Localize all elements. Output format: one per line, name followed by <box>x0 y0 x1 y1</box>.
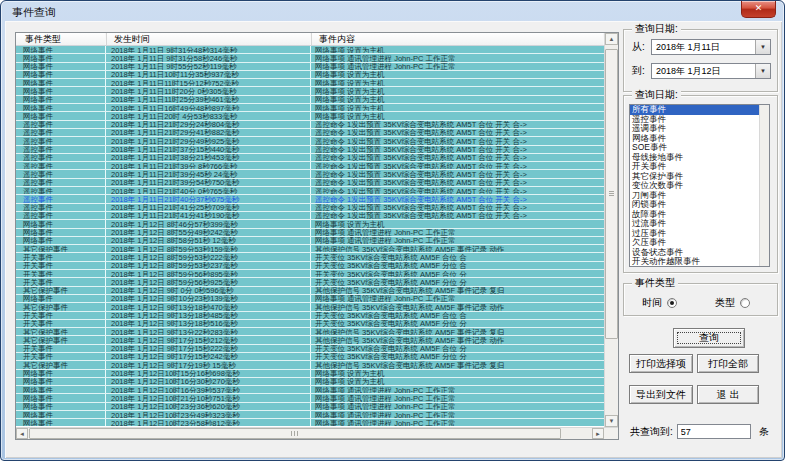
list-item[interactable]: 开关事件 <box>630 162 759 172</box>
table-row[interactable]: 网络事件 2018年 1月12日10时23分58秒812毫秒 网络事项 通讯管理… <box>16 419 604 426</box>
cell-content: 网络事项 通讯管理进程 John-PC 工作正常 <box>311 54 604 61</box>
horizontal-scroll-thumb[interactable] <box>29 428 561 439</box>
scroll-up-icon[interactable]: ▲ <box>605 33 618 45</box>
radio-type[interactable] <box>740 298 750 308</box>
titlebar[interactable]: 事件查询 ✕ <box>1 1 784 21</box>
to-date-combo[interactable]: 2018年 1月12日 ▼ <box>651 63 771 79</box>
table-row[interactable]: 网络事件 2018年 1月12日 9时10分23秒139毫秒 网络事项 通讯管理… <box>16 295 604 303</box>
table-row[interactable]: 其它保护事件 2018年 1月12日 9时13分22秒283毫秒 其他保护信号 … <box>16 328 604 336</box>
vertical-scroll-track[interactable] <box>605 45 618 415</box>
print-selected-button[interactable]: 打印选择项 <box>629 354 693 373</box>
list-item[interactable]: 网络事件 <box>630 134 759 144</box>
column-header-content[interactable]: 事件内容 <box>311 33 604 45</box>
table-row[interactable]: 开关事件 2018年 1月12日 8时59分56秒895毫秒 开关变位 35KV… <box>16 270 604 278</box>
table-row[interactable]: 遥控事件 2018年 1月11日21时29分41秒882毫秒 遥控命令 1发出预… <box>16 129 604 137</box>
cell-content: 其他保护信号 35KV综合变电站系统 AM5F 事件记录 动作 <box>311 245 604 252</box>
table-row[interactable]: 网络事件 2018年 1月11日 9时31分58秒246毫秒 网络事项 通讯管理… <box>16 54 604 62</box>
table-row[interactable]: 其它保护事件 2018年 1月12日 9时17分15秒212毫秒 其他保护信号 … <box>16 336 604 344</box>
table-row[interactable]: 网络事件 2018年 1月11日11时20分 0秒305毫秒 网络事项 设置为主… <box>16 87 604 95</box>
event-type-list-group-label: 查询日期: <box>632 89 681 101</box>
table-row[interactable]: 遥控事件 2018年 1月11日21时39分 8秒766毫秒 遥控命令 1发出预… <box>16 162 604 170</box>
vertical-scroll-thumb[interactable] <box>605 49 618 339</box>
table-row[interactable]: 网络事件 2018年 1月12日10时23分49秒323毫秒 网络事项 通讯管理… <box>16 411 604 419</box>
list-item[interactable]: 故障事件 <box>630 210 759 220</box>
print-all-button[interactable]: 打印全部 <box>697 354 759 373</box>
cell-type: 开关事件 <box>18 253 106 260</box>
column-header-time[interactable]: 发生时间 <box>106 33 311 45</box>
cell-content: 遥控命令 1发出预置 35KV综合变电站系统 AM5T 合位 开关 合-> <box>311 146 604 153</box>
table-row[interactable]: 遥控事件 2018年 1月11日21时29分24秒804毫秒 遥控命令 1发出预… <box>16 121 604 129</box>
listbox-scrollbar[interactable] <box>759 105 769 266</box>
list-item[interactable]: 其它保护事件 <box>630 172 759 182</box>
cell-content: 网络事项 通讯管理进程 John-PC 工作正常 <box>311 403 604 410</box>
table-row[interactable]: 遥控事件 2018年 1月11日21时41分41秒190毫秒 遥控命令 1发出预… <box>16 212 604 220</box>
table-row[interactable]: 遥控事件 2018年 1月11日21时39分54秒750毫秒 遥控命令 1发出预… <box>16 179 604 187</box>
table-row[interactable]: 网络事件 2018年 1月12日10时15分16秒698毫秒 网络事项 设置为主… <box>16 370 604 378</box>
query-button[interactable]: 查询 <box>673 328 745 348</box>
list-item[interactable]: 变位次数事件 <box>630 181 759 191</box>
table-row[interactable]: 网络事件 2018年 1月11日 9时55分52秒119毫秒 网络事项 通讯管理… <box>16 63 604 71</box>
table-row[interactable]: 网络事件 2018年 1月11日10时11分35秒937毫秒 网络事项 设置为主… <box>16 71 604 79</box>
table-row[interactable]: 网络事件 2018年 1月12日 8时46分57秒399毫秒 网络事项 设置为主… <box>16 220 604 228</box>
list-item[interactable]: SOE事件 <box>630 143 759 153</box>
close-button[interactable]: ✕ <box>741 1 776 18</box>
table-row[interactable]: 网络事件 2018年 1月12日10时16分39秒537毫秒 网络事项 通讯管理… <box>16 386 604 394</box>
table-row[interactable]: 网络事件 2018年 1月11日11时25分39秒461毫秒 网络事项 设置为主… <box>16 96 604 104</box>
table-row[interactable]: 开关事件 2018年 1月12日 8时59分53秒237毫秒 开关变位 35KV… <box>16 262 604 270</box>
exit-button[interactable]: 退 出 <box>697 385 759 404</box>
cell-content: 遥控命令 1发出预置 35KV综合变电站系统 AM5T 合位 开关 合-> <box>311 179 604 186</box>
table-row[interactable]: 网络事件 2018年 1月12日 8时58分51秒 12毫秒 网络事项 通讯管理… <box>16 237 604 245</box>
table-row[interactable]: 其它保护事件 2018年 1月12日 9时13分18秒470毫秒 其他保护信号 … <box>16 303 604 311</box>
table-row[interactable]: 遥控事件 2018年 1月11日21时29分49秒925毫秒 遥控命令 1发出预… <box>16 137 604 145</box>
list-item[interactable]: 刀闸事件 <box>630 191 759 201</box>
list-item[interactable]: 过流事件 <box>630 219 759 229</box>
table-row[interactable]: 其它保护事件 2018年 1月12日 9时17分19秒 15毫秒 其他保护信号 … <box>16 361 604 369</box>
total-count-input[interactable] <box>677 424 751 439</box>
cell-type: 其它保护事件 <box>18 361 106 368</box>
list-item[interactable]: 过压事件 <box>630 229 759 239</box>
from-date-combo[interactable]: 2018年 1月11日 ▼ <box>651 39 771 55</box>
table-row[interactable]: 网络事件 2018年 1月12日 8时55分49秒242毫秒 网络事项 通讯管理… <box>16 229 604 237</box>
table-row[interactable]: 遥控事件 2018年 1月11日21时41分25秒709毫秒 遥控命令 1发出预… <box>16 204 604 212</box>
radio-time[interactable] <box>667 298 677 308</box>
table-row[interactable]: 网络事件 2018年 1月11日16时49分48秒897毫秒 网络事项 设置为主… <box>16 104 604 112</box>
list-item[interactable]: 欠压事件 <box>630 238 759 248</box>
horizontal-scrollbar[interactable]: ◄ ► <box>16 427 618 439</box>
table-row[interactable]: 网络事件 2018年 1月12日10时16分30秒270毫秒 网络事项 设置为主… <box>16 378 604 386</box>
table-row[interactable]: 网络事件 2018年 1月12日10时21分10秒751毫秒 网络事项 通讯管理… <box>16 394 604 402</box>
list-item[interactable]: 设备状态事件 <box>630 248 759 258</box>
scroll-right-icon[interactable]: ► <box>592 428 604 439</box>
table-row[interactable]: 遥控事件 2018年 1月11日21时39分45秒 24毫秒 遥控命令 1发出预… <box>16 170 604 178</box>
list-item[interactable]: 遥调事件 <box>630 124 759 134</box>
list-item[interactable]: 所有事件 <box>630 105 759 115</box>
table-row[interactable]: 开关事件 2018年 1月12日 9时13分18秒516毫秒 开关变位 35KV… <box>16 320 604 328</box>
vertical-scrollbar[interactable]: ▲ ▼ <box>604 33 618 427</box>
column-header-type[interactable]: 事件类型 <box>18 33 106 45</box>
table-row[interactable]: 开关事件 2018年 1月12日 8时59分56秒925毫秒 开关变位 35KV… <box>16 278 604 286</box>
table-row[interactable]: 开关事件 2018年 1月12日 9时17分15秒242毫秒 开关变位 35KV… <box>16 353 604 361</box>
table-row[interactable]: 开关事件 2018年 1月12日 9时13分18秒485毫秒 开关变位 35KV… <box>16 312 604 320</box>
export-to-file-button[interactable]: 导出到文件 <box>629 385 693 404</box>
table-row[interactable]: 开关事件 2018年 1月12日 8时59分53秒222毫秒 开关变位 35KV… <box>16 253 604 261</box>
table-row[interactable]: 网络事件 2018年 1月11日11时15分12秒752毫秒 网络事项 设置为主… <box>16 79 604 87</box>
scroll-down-icon[interactable]: ▼ <box>605 415 618 427</box>
chevron-down-icon[interactable]: ▼ <box>755 40 770 54</box>
table-row[interactable]: 网络事件 2018年 1月12日10时23分36秒620毫秒 网络事项 通讯管理… <box>16 403 604 411</box>
horizontal-scroll-track[interactable] <box>28 428 592 439</box>
cell-time: 2018年 1月12日10时15分16秒698毫秒 <box>106 370 311 377</box>
table-row[interactable]: 其它保护事件 2018年 1月12日 9时 0分 0秒596毫秒 其他保护信号 … <box>16 287 604 295</box>
table-row[interactable]: 遥控事件 2018年 1月11日21时40分 0秒765毫秒 遥控命令 1发出预… <box>16 187 604 195</box>
table-row[interactable]: 遥控事件 2018年 1月11日21时37分15秒440毫秒 遥控命令 1发出预… <box>16 146 604 154</box>
list-item[interactable]: 遥控事件 <box>630 115 759 125</box>
table-row[interactable]: 网络事件 2018年 1月11日20时 4分53秒833毫秒 网络事项 设置为主… <box>16 112 604 120</box>
chevron-down-icon[interactable]: ▼ <box>755 64 770 78</box>
table-row[interactable]: 遥控事件 2018年 1月11日21时40分37秒675毫秒 遥控命令 1发出预… <box>16 195 604 203</box>
table-row[interactable]: 开关事件 2018年 1月12日 9时17分15秒222毫秒 开关变位 35KV… <box>16 345 604 353</box>
table-row[interactable]: 遥控事件 2018年 1月11日21时38分21秒453毫秒 遥控命令 1发出预… <box>16 154 604 162</box>
list-item[interactable]: 开关动作越限事件 <box>630 257 759 266</box>
scroll-left-icon[interactable]: ◄ <box>16 428 28 439</box>
table-row[interactable]: 其它保护事件 2018年 1月12日 8时59分53秒159毫秒 其他保护信号 … <box>16 245 604 253</box>
list-item[interactable]: 母线接地事件 <box>630 153 759 163</box>
list-item[interactable]: 闭锁事件 <box>630 200 759 210</box>
table-row[interactable]: 网络事件 2018年 1月11日 9时31分48秒314毫秒 网络事项 设置为主… <box>16 46 604 54</box>
